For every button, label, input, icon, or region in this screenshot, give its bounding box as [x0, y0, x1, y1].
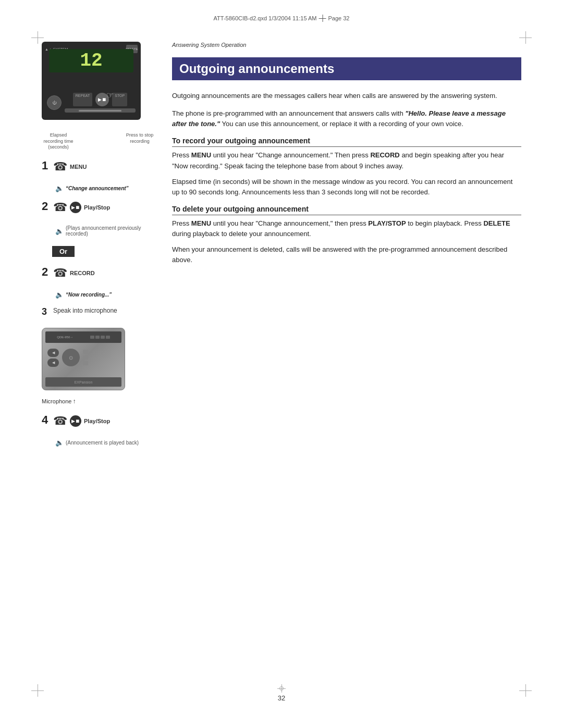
subsection-2-text2: When your announcement is deleted, calls…: [172, 244, 521, 265]
page-meta: ATT-5860CIB-d2.qxd 1/3/2004 11:15 AM Pag…: [214, 15, 350, 22]
play-stop-btn-2a: ▶⏹: [70, 202, 81, 213]
or-divider: Or: [42, 242, 156, 261]
section-title: Outgoing announcements: [172, 57, 521, 80]
intro-paragraph-1: Outgoing announcements are the messages …: [172, 91, 521, 101]
subsection-2: To delete your outgoing announcement Pre…: [172, 205, 521, 266]
elapsed-label: Elapsed recording time (seconds): [43, 132, 74, 151]
crosshair-icon: [319, 15, 326, 22]
step-4-number: 4: [42, 414, 51, 426]
step-1-sound-text: “Change announcement”: [66, 186, 129, 191]
step-2b-sound-text: “Now recording...”: [66, 292, 112, 298]
microphone-label-area: Microphone ↑: [42, 398, 156, 405]
handset-icon-4: ☎: [53, 414, 67, 428]
power-btn: ⏻: [47, 95, 62, 110]
bottom-crosshair: [277, 684, 286, 693]
subsection-1-text1: Press MENU until you hear "Change announ…: [172, 150, 521, 171]
subsection-2-header: To delete your outgoing announcement: [172, 205, 521, 215]
handset-icon-1: ☎: [53, 160, 67, 174]
step-2a: 2 ☎ ▶⏹ Play/Stop: [42, 201, 156, 214]
phone-device-image: QDE-950→ ◀ ◀: [42, 328, 125, 390]
step-1-label: MENU: [70, 164, 87, 170]
device-number: 12: [80, 50, 102, 71]
step-2b-number: 2: [42, 266, 51, 278]
section-category: Answering System Operation: [172, 42, 521, 48]
press-label: Press to stop recording: [124, 132, 155, 151]
page-number: 32: [278, 694, 285, 702]
step-2a-sound: 🔈 (Plays announcement previously recorde…: [55, 225, 156, 237]
sound-icon-2a: 🔈: [55, 227, 64, 235]
file-info: ATT-5860CIB-d2.qxd 1/3/2004 11:15 AM: [214, 15, 317, 21]
subsection-1-text2: Elapsed time (in seconds) will be shown …: [172, 177, 521, 198]
step-2b-label: RECORD: [70, 270, 95, 276]
step-2a-number: 2: [42, 201, 51, 212]
page-label: Page 32: [328, 15, 349, 21]
intro-paragraph-2: The phone is pre-programmed with an anno…: [172, 108, 521, 129]
step-2a-label: Play/Stop: [84, 204, 110, 211]
step-1: 1 ☎ MENU: [42, 160, 156, 174]
microphone-label: Microphone: [42, 398, 71, 404]
step-2a-sound-text: (Plays announcement previously recorded): [66, 225, 156, 237]
step-4-label: Play/Stop: [84, 418, 110, 424]
step-4: 4 ☎ ▶⏹ Play/Stop: [42, 414, 156, 428]
device-controls: ⏻ REPEAT ▶⏹ STOP: [47, 93, 136, 113]
right-column: Answering System Operation Outgoing anno…: [172, 42, 521, 686]
subsection-1-header: To record your outgoing announcement: [172, 137, 521, 147]
step-1-number: 1: [42, 160, 51, 171]
left-column: ▲▲ SYSTEM DELETE 12 ⏻ REPEAT ▶⏹ STOP: [42, 42, 156, 686]
device-screen: 12: [49, 49, 133, 72]
handset-icon-2a: ☎: [53, 201, 67, 214]
device-labels: Elapsed recording time (seconds) Press t…: [42, 132, 156, 151]
step-4-sound: 🔈 (Announcement is played back): [55, 439, 156, 447]
step-1-sound: 🔈 “Change announcement”: [55, 184, 156, 192]
sound-icon-4: 🔈: [55, 439, 64, 447]
subsection-1: To record your outgoing announcement Pre…: [172, 137, 521, 198]
step-3-label: Speak into microphone: [53, 307, 117, 314]
sound-icon-1: 🔈: [55, 184, 64, 192]
sound-icon-2b: 🔈: [55, 291, 64, 299]
play-stop-btn-4: ▶⏹: [70, 415, 81, 427]
subsection-2-text1: Press MENU until you hear "Change announ…: [172, 218, 521, 239]
step-3: 3 Speak into microphone: [42, 307, 156, 316]
handset-icon-2b: ☎: [53, 266, 67, 280]
step-3-number: 3: [42, 307, 51, 316]
step-2b: 2 ☎ RECORD: [42, 266, 156, 280]
step-2b-sound: 🔈 “Now recording...”: [55, 291, 156, 299]
step-4-sound-text: (Announcement is played back): [66, 440, 139, 446]
page-content: ▲▲ SYSTEM DELETE 12 ⏻ REPEAT ▶⏹ STOP: [42, 42, 521, 686]
mic-arrow-icon: ↑: [72, 398, 76, 405]
device-image: ▲▲ SYSTEM DELETE 12 ⏻ REPEAT ▶⏹ STOP: [42, 42, 141, 120]
